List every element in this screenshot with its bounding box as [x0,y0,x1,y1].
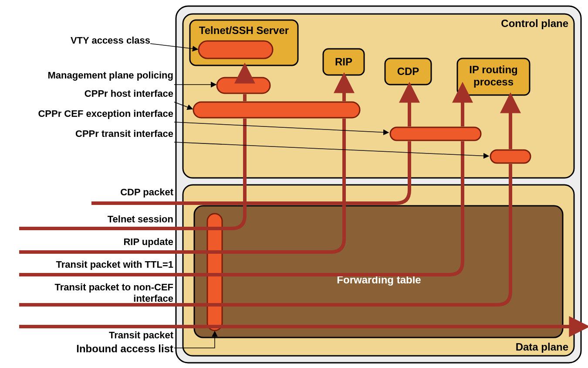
inbound-acl-pill [207,214,222,331]
lbl-telnet-session: Telnet session [108,214,173,225]
lbl-vty: VTY access class [71,35,150,46]
lbl-cdp-packet: CDP packet [120,187,174,198]
lbl-inbound-acl: Inbound access list [76,343,173,354]
data-plane-label: Data plane [516,341,568,353]
iprp-label-b: process [473,76,514,88]
vty-pill [199,41,273,58]
lbl-ttl1: Transit packet with TTL=1 [56,259,173,270]
cdp-label: CDP [397,65,419,77]
lbl-cppr-transit: CPPr transit interface [75,128,173,139]
cppr-cefex-pill [390,127,481,140]
lbl-noncef-a: Transit packet to non-CEF [54,282,173,293]
cppr-host-pill [193,102,360,118]
rip-label: RIP [335,56,352,68]
control-plane-label: Control plane [501,17,568,29]
forwarding-table [194,206,563,337]
lbl-mpp: Management plane policing [48,70,173,81]
telnet-ssh-label: Telnet/SSH Server [199,24,289,36]
mpp-pill [217,78,270,93]
lbl-rip-update: RIP update [123,236,173,247]
cppr-transit-pill [490,150,531,163]
lbl-cppr-host: CPPr host interface [84,88,173,99]
lbl-noncef-b: interface [133,293,173,304]
iprp-label-a: IP routing [469,64,518,75]
lbl-cppr-cefex: CPPr CEF exception interface [38,108,173,119]
lbl-transit-packet: Transit packet [109,330,174,341]
